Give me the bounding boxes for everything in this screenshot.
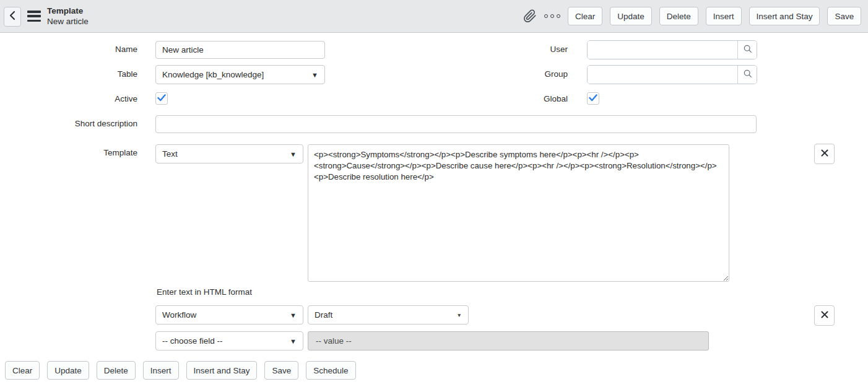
choose-field-select[interactable]: -- choose field -- ▼ [155,331,303,351]
chevron-down-icon: ▼ [290,311,297,319]
header-button-save[interactable]: Save [827,7,861,25]
value-placeholder-field: -- value -- [308,331,709,351]
short-description-input[interactable] [155,115,757,133]
paperclip-icon[interactable] [523,9,537,23]
check-icon [157,93,166,104]
user-lookup-button[interactable] [737,41,757,59]
chevron-down-icon: ▼ [311,71,318,79]
header-button-insert[interactable]: Insert [706,7,742,25]
global-checkbox[interactable] [587,92,599,105]
footer-button-delete[interactable]: Delete [97,361,136,380]
footer-actions: Clear Update Delete Insert Insert and St… [5,361,356,380]
form-header: Template New article Clear Update Delete… [0,0,868,33]
name-label: Name [0,45,137,54]
table-label: Table [0,69,137,79]
back-button[interactable] [4,7,21,27]
global-label: Global [508,94,568,103]
footer-button-schedule[interactable]: Schedule [306,361,355,380]
active-label: Active [0,94,137,103]
group-input[interactable] [588,66,737,84]
footer-button-insert-and-stay[interactable]: Insert and Stay [186,361,258,380]
header-button-insert-and-stay[interactable]: Insert and Stay [749,7,820,25]
search-icon [743,69,752,81]
chevron-down-icon: ▼ [290,150,297,158]
more-options-icon[interactable] [544,14,560,18]
template-form-page: Template New article Clear Update Delete… [0,0,868,392]
header-button-update[interactable]: Update [610,7,652,25]
close-icon [820,149,829,160]
check-icon [589,93,597,104]
user-reference-field [587,40,757,59]
template-label: Template [0,148,137,157]
remove-workflow-row-button[interactable] [814,305,835,326]
header-button-delete[interactable]: Delete [659,7,698,25]
active-checkbox[interactable] [155,92,168,105]
choose-field-value: -- choose field -- [162,336,223,346]
footer-button-save[interactable]: Save [264,361,298,380]
group-lookup-button[interactable] [737,66,757,84]
workflow-field-select[interactable]: Workflow ▼ [155,305,303,324]
remove-template-row-button[interactable] [814,144,835,164]
name-input[interactable] [155,41,325,59]
page-title-block: Template New article [47,6,89,27]
workflow-value-select[interactable]: Draft ▼ [308,305,469,324]
workflow-field-value: Workflow [162,310,196,320]
template-type-select[interactable]: Text ▼ [155,144,303,163]
user-input[interactable] [588,41,737,59]
workflow-value: Draft [315,310,332,320]
footer-button-update[interactable]: Update [47,361,89,380]
template-type-value: Text [162,149,178,159]
table-select-value: Knowledge [kb_knowledge] [162,70,264,79]
value-placeholder-text: -- value -- [316,336,352,346]
html-format-hint: Enter text in HTML format [157,287,252,297]
page-subtitle: New article [47,16,89,27]
short-description-label: Short description [0,119,137,128]
user-label: User [508,45,568,54]
table-select[interactable]: Knowledge [kb_knowledge] ▼ [155,65,325,84]
header-actions: Clear Update Delete Insert Insert and St… [523,6,868,26]
back-chevron-icon [9,11,16,23]
chevron-down-icon: ▼ [457,312,462,318]
header-button-clear[interactable]: Clear [568,7,602,25]
hamburger-menu-icon[interactable] [27,9,41,23]
group-reference-field [587,65,757,84]
template-text-area[interactable]: <p><strong>Symptoms</strong></p><p>Descr… [308,144,729,282]
close-icon [820,310,829,321]
group-label: Group [508,69,568,79]
chevron-down-icon: ▼ [290,338,297,345]
footer-button-clear[interactable]: Clear [5,361,40,380]
page-title: Template [47,6,89,16]
search-icon [743,44,752,56]
footer-button-insert[interactable]: Insert [143,361,179,380]
